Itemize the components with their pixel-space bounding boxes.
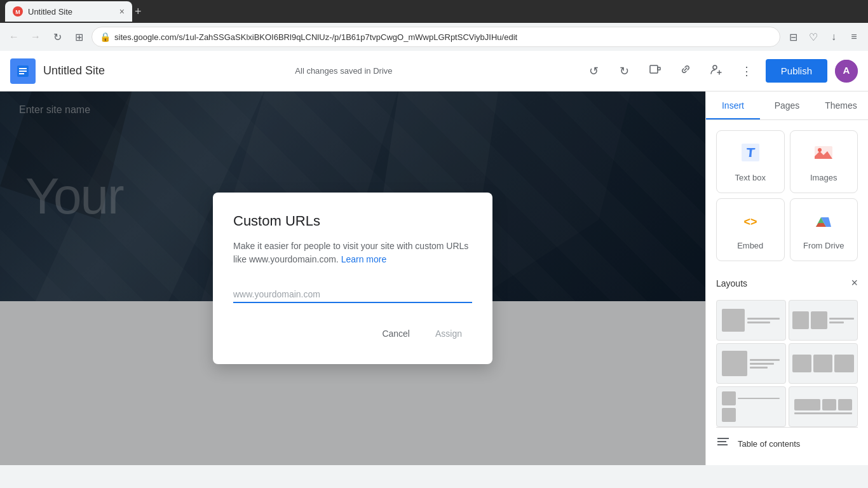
browser-menu-icon: ≡: [851, 31, 857, 43]
browser-nav: ← → ↻ ⊞ 🔒 sites.google.com/s/1ul-ZahSSGa…: [0, 23, 868, 51]
insert-from-drive[interactable]: From Drive: [790, 198, 858, 261]
layout-item-5[interactable]: [716, 386, 786, 427]
tab-themes[interactable]: Themes: [814, 92, 868, 119]
layout-item-3[interactable]: [716, 343, 786, 384]
back-button[interactable]: ←: [5, 28, 23, 46]
tab-title: Untitled Site: [28, 7, 72, 17]
domain-input[interactable]: [233, 287, 472, 303]
svg-rect-26: [717, 444, 728, 445]
toc-label: Table of contents: [738, 439, 800, 449]
svg-rect-6: [650, 65, 658, 73]
text-box-icon: T T: [739, 141, 762, 168]
svg-rect-7: [658, 67, 660, 70]
drive-icon: [812, 209, 835, 236]
tab-insert[interactable]: Insert: [706, 92, 760, 119]
drive-label: From Drive: [803, 241, 844, 250]
browser-tab[interactable]: M Untitled Site ×: [5, 1, 132, 22]
embed-label: Embed: [737, 241, 763, 250]
learn-more-link[interactable]: Learn more: [341, 254, 387, 264]
embed-icon: <>: [739, 209, 762, 236]
svg-text:<>: <>: [743, 215, 757, 228]
browser-tab-bar: M Untitled Site × +: [0, 0, 868, 23]
svg-point-21: [818, 148, 822, 152]
redo-button[interactable]: ↻: [613, 60, 636, 83]
app-header: Untitled Site All changes saved in Drive…: [0, 51, 868, 92]
header-center: All changes saved in Drive: [112, 66, 575, 76]
refresh-button[interactable]: ↻: [48, 28, 66, 46]
panel-tabs: Insert Pages Themes: [706, 92, 868, 120]
link-button[interactable]: [674, 60, 697, 83]
avatar[interactable]: A: [835, 60, 858, 83]
more-options-button[interactable]: ⋮: [735, 60, 758, 83]
dialog-actions: Cancel Assign: [233, 323, 472, 344]
avatar-initial: A: [835, 60, 858, 83]
undo-icon: ↺: [589, 64, 599, 78]
new-tab-button[interactable]: +: [135, 5, 142, 18]
grid-icon: ⊞: [75, 31, 83, 43]
link-icon: [679, 63, 692, 79]
main-content: Enter site name Your Custom URLs Make it…: [0, 92, 868, 465]
layouts-grid: [716, 300, 858, 427]
svg-rect-3: [19, 68, 27, 69]
svg-point-8: [713, 65, 717, 69]
app-logo: [10, 58, 36, 84]
svg-rect-24: [717, 438, 729, 439]
tab-pages[interactable]: Pages: [760, 92, 814, 119]
add-collaborator-button[interactable]: [705, 60, 728, 83]
layout-item-4[interactable]: [789, 343, 858, 384]
images-icon: [812, 141, 835, 168]
tab-close-button[interactable]: ×: [119, 6, 125, 17]
undo-button[interactable]: ↺: [583, 60, 606, 83]
download-icon: ↓: [831, 31, 836, 43]
address-text: sites.google.com/s/1ul-ZahSSGaSKlxiBKOI6…: [114, 32, 772, 42]
canvas-area[interactable]: Enter site name Your Custom URLs Make it…: [0, 92, 705, 465]
browser-menu-button[interactable]: ≡: [845, 28, 863, 46]
layout-item-1[interactable]: [716, 300, 786, 341]
dialog-description: Make it easier for people to visit your …: [233, 240, 472, 266]
header-actions: ↺ ↻: [583, 59, 858, 83]
cast-button[interactable]: ⊟: [784, 28, 802, 46]
dialog-input-container: [233, 287, 472, 303]
app-title: Untitled Site: [43, 64, 105, 78]
redo-icon: ↻: [620, 64, 629, 78]
publish-button[interactable]: Publish: [766, 59, 827, 83]
layouts-header: Layouts ×: [716, 271, 858, 295]
svg-rect-25: [717, 441, 726, 442]
text-box-label: Text box: [735, 173, 766, 182]
layouts-close-button[interactable]: ×: [851, 276, 858, 290]
save-status: All changes saved in Drive: [295, 66, 392, 76]
custom-urls-dialog: Custom URLs Make it easier for people to…: [213, 193, 492, 364]
preview-icon: [649, 63, 661, 79]
back-icon: ←: [9, 31, 19, 43]
panel-content: T T Text box Images: [706, 120, 868, 465]
layouts-title: Layouts: [716, 278, 747, 288]
cast-icon: ⊟: [789, 31, 797, 43]
dialog-overlay: Custom URLs Make it easier for people to…: [0, 92, 705, 465]
more-options-icon: ⋮: [741, 64, 752, 78]
insert-images[interactable]: Images: [790, 130, 858, 193]
dialog-title: Custom URLs: [233, 213, 472, 229]
svg-rect-5: [19, 73, 24, 74]
cancel-button[interactable]: Cancel: [372, 323, 420, 344]
nav-actions: ⊟ ♡ ↓ ≡: [784, 28, 863, 46]
insert-embed[interactable]: <> Embed: [716, 198, 785, 261]
layout-item-6[interactable]: [789, 386, 858, 427]
insert-grid: T T Text box Images: [716, 130, 858, 261]
preview-button[interactable]: [644, 60, 667, 83]
bookmark-button[interactable]: ♡: [804, 28, 822, 46]
images-label: Images: [810, 173, 837, 182]
layout-item-2[interactable]: [789, 300, 858, 341]
svg-text:M: M: [15, 9, 20, 15]
svg-text:T: T: [747, 146, 756, 159]
toc-icon: [716, 435, 730, 452]
forward-icon: →: [31, 31, 41, 43]
insert-text-box[interactable]: T T Text box: [716, 130, 785, 193]
assign-button[interactable]: Assign: [425, 323, 472, 344]
forward-button[interactable]: →: [27, 28, 44, 46]
download-button[interactable]: ↓: [825, 28, 843, 46]
address-bar[interactable]: 🔒 sites.google.com/s/1ul-ZahSSGaSKlxiBKO…: [92, 27, 780, 47]
grid-button[interactable]: ⊞: [70, 28, 88, 46]
lock-icon: 🔒: [100, 32, 111, 42]
svg-rect-4: [19, 71, 27, 72]
table-of-contents-item[interactable]: Table of contents: [716, 427, 858, 460]
